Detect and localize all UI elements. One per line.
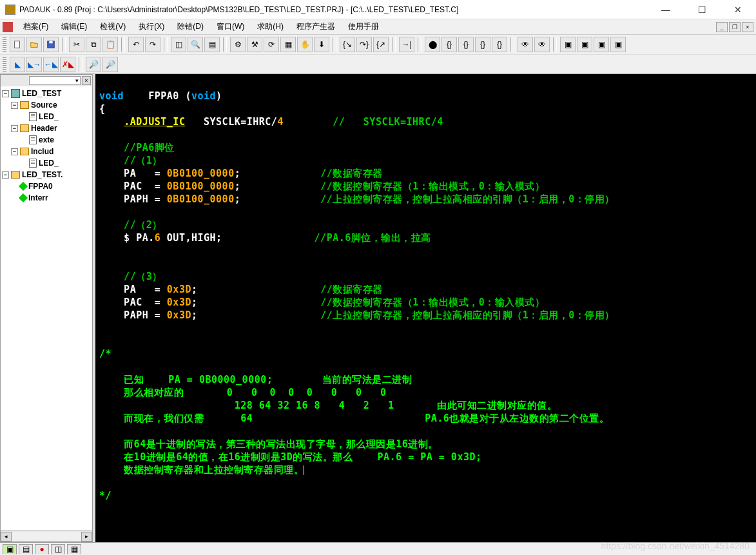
tree-label: LED_ xyxy=(39,112,59,121)
find-icon[interactable]: 🔍 xyxy=(188,37,203,52)
menu-run[interactable]: 执行(X) xyxy=(133,20,170,34)
tab2-icon[interactable]: ▤ xyxy=(19,544,33,554)
find-in-files-icon[interactable]: 🔎 xyxy=(102,57,118,72)
save-icon[interactable] xyxy=(43,37,59,52)
toolbars: ✂ ⧉ 📋 ↶ ↷ ◫ 🔍 ▤ ⚙ ⚒ ⟳ ▦ ✋ ⬇ {↘ ↷} {↗ →| … xyxy=(0,35,756,74)
maximize-button[interactable]: ☐ xyxy=(689,2,715,17)
bookmark-clear-icon[interactable]: ✗◣ xyxy=(60,57,75,72)
output-icon[interactable]: ▤ xyxy=(204,37,220,52)
svg-rect-0 xyxy=(15,41,20,48)
win4-icon[interactable]: ▣ xyxy=(610,37,626,52)
tab4-icon[interactable]: ◫ xyxy=(51,544,65,554)
menu-codegen[interactable]: 程序产生器 xyxy=(291,20,340,34)
scroll-left-icon[interactable]: ◂ xyxy=(1,532,12,541)
step-over-icon[interactable]: ↷} xyxy=(356,37,372,52)
bookmark-prev-icon[interactable]: ←◣ xyxy=(43,57,59,72)
tree-folder-source[interactable]: −Source xyxy=(2,99,91,111)
tree-project-root[interactable]: −LED_TEST xyxy=(2,88,91,99)
mdi-close[interactable]: × xyxy=(742,22,753,32)
tree-folder-include[interactable]: −Includ xyxy=(2,146,91,157)
tree-label: Interr xyxy=(28,193,48,202)
br2-icon[interactable]: {} xyxy=(458,37,474,52)
project-sidebar: ▾ × −LED_TEST −Source LED_ −Header exte … xyxy=(0,74,93,542)
run-to-icon[interactable]: →| xyxy=(399,37,414,52)
menu-view[interactable]: 检视(V) xyxy=(95,20,131,34)
tree-file-source[interactable]: LED_ xyxy=(2,111,91,122)
title-bar: PADAUK - 0.89 {Proj : C:\Users\Administr… xyxy=(0,0,756,19)
tree-label: Header xyxy=(31,124,57,133)
tree-fn-interrupt[interactable]: Interr xyxy=(2,192,91,204)
tree-file-header[interactable]: exte xyxy=(2,134,91,146)
mdi-minimize[interactable]: _ xyxy=(716,22,728,32)
toolbar-grip[interactable] xyxy=(3,37,6,52)
breakpoint-icon[interactable]: ⬤ xyxy=(425,37,440,52)
tab3-icon[interactable]: ● xyxy=(35,544,49,554)
menu-file[interactable]: 档案(F) xyxy=(18,20,53,34)
new-file-icon[interactable] xyxy=(10,37,25,52)
sidebar-dropdown[interactable]: ▾ xyxy=(29,76,81,85)
tree-label: Includ xyxy=(31,147,53,156)
rebuild-icon[interactable]: ⟳ xyxy=(264,37,279,52)
bookmark-toggle-icon[interactable]: ◣ xyxy=(10,57,25,72)
watch2-icon[interactable]: 👁 xyxy=(534,37,550,52)
minimize-button[interactable]: — xyxy=(653,2,679,17)
tree-folder-header[interactable]: −Header xyxy=(2,122,91,134)
menu-help[interactable]: 求助(H) xyxy=(252,20,289,34)
tree-label: LED_TEST. xyxy=(22,170,63,179)
close-button[interactable]: ✕ xyxy=(725,2,751,17)
redo-icon[interactable]: ↷ xyxy=(145,37,160,52)
main-area: ▾ × −LED_TEST −Source LED_ −Header exte … xyxy=(0,74,756,542)
project-tree[interactable]: −LED_TEST −Source LED_ −Header exte −Inc… xyxy=(1,86,92,531)
win1-icon[interactable]: ▣ xyxy=(560,37,576,52)
tree-label: FPPA0 xyxy=(28,182,53,191)
hand-icon[interactable]: ✋ xyxy=(297,37,313,52)
tree-project-prj[interactable]: −LED_TEST. xyxy=(2,169,91,180)
tree-label: LED_TEST xyxy=(22,89,61,98)
scroll-right-icon[interactable]: ▸ xyxy=(81,532,92,541)
undo-icon[interactable]: ↶ xyxy=(128,37,144,52)
find-text-icon[interactable]: 🔎 xyxy=(86,57,101,72)
sidebar-hscroll[interactable]: ◂ ▸ xyxy=(1,531,92,541)
svg-rect-2 xyxy=(49,41,52,44)
text-cursor xyxy=(304,465,304,475)
copy-icon[interactable]: ⧉ xyxy=(86,37,101,52)
tree-label: Source xyxy=(31,101,57,110)
window-buttons: — ☐ ✕ xyxy=(653,2,751,17)
mdi-restore[interactable]: ❐ xyxy=(729,22,741,32)
paste-icon[interactable]: 📋 xyxy=(102,37,118,52)
win2-icon[interactable]: ▣ xyxy=(577,37,592,52)
toolbar-grip-2[interactable] xyxy=(3,57,6,72)
code-editor[interactable]: void FPPA0 (void) { .ADJUST_IC SYSCLK=IH… xyxy=(95,74,756,542)
sidebar-toggle-icon[interactable]: ◫ xyxy=(171,37,186,52)
sidebar-header: ▾ × xyxy=(1,75,92,86)
toolbar-row-2: ◣ ◣→ ←◣ ✗◣ 🔎 🔎 xyxy=(0,54,756,73)
cut-icon[interactable]: ✂ xyxy=(69,37,84,52)
menu-manual[interactable]: 使用手册 xyxy=(343,20,384,34)
tab5-icon[interactable]: ▦ xyxy=(67,544,81,554)
step-out-icon[interactable]: {↗ xyxy=(373,37,389,52)
menu-window[interactable]: 窗口(W) xyxy=(211,20,249,34)
menu-icon xyxy=(3,22,13,32)
download-icon[interactable]: ⬇ xyxy=(314,37,329,52)
bookmark-next-icon[interactable]: ◣→ xyxy=(26,57,42,72)
win3-icon[interactable]: ▣ xyxy=(594,37,609,52)
watch1-icon[interactable]: 👁 xyxy=(518,37,533,52)
tree-fn-fppa0[interactable]: FPPA0 xyxy=(2,180,91,192)
mdi-buttons: _ ❐ × xyxy=(716,22,753,32)
stop-build-icon[interactable]: ▦ xyxy=(280,37,296,52)
tree-label: LED_ xyxy=(39,159,59,168)
menu-bar: 档案(F) 编辑(E) 检视(V) 执行(X) 除错(D) 窗口(W) 求助(H… xyxy=(0,19,756,35)
br1-icon[interactable]: {} xyxy=(441,37,457,52)
toolbar-row-1: ✂ ⧉ 📋 ↶ ↷ ◫ 🔍 ▤ ⚙ ⚒ ⟳ ▦ ✋ ⬇ {↘ ↷} {↗ →| … xyxy=(0,35,756,54)
sidebar-close-icon[interactable]: × xyxy=(82,76,91,85)
tab1-icon[interactable]: ▣ xyxy=(3,544,17,554)
tree-file-include[interactable]: LED_ xyxy=(2,157,91,169)
build-icon[interactable]: ⚙ xyxy=(230,37,246,52)
menu-edit[interactable]: 编辑(E) xyxy=(56,20,92,34)
open-file-icon[interactable] xyxy=(26,37,42,52)
compile-icon[interactable]: ⚒ xyxy=(247,37,262,52)
step-into-icon[interactable]: {↘ xyxy=(340,37,355,52)
br3-icon[interactable]: {} xyxy=(475,37,490,52)
menu-debug[interactable]: 除错(D) xyxy=(172,20,209,34)
br4-icon[interactable]: {} xyxy=(492,37,507,52)
